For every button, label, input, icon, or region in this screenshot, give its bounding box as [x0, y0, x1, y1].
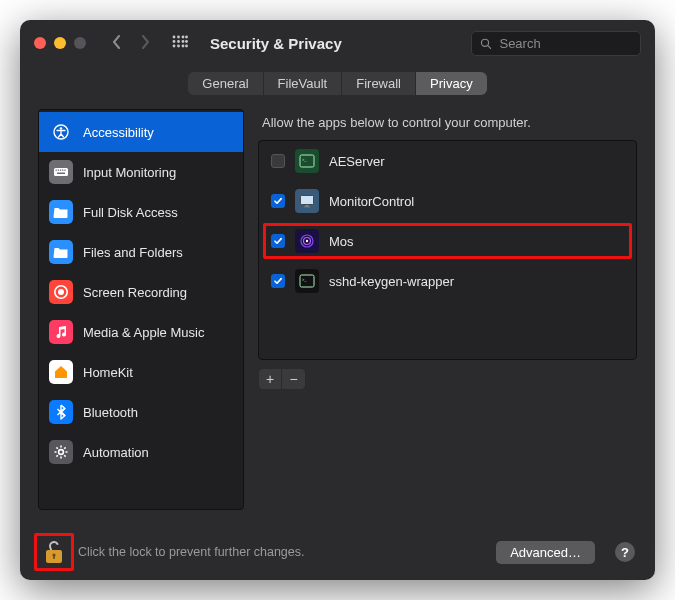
svg-rect-21 [64, 170, 65, 171]
help-button[interactable]: ? [615, 542, 635, 562]
tab-general[interactable]: General [188, 72, 263, 95]
app-list[interactable]: >_AEServerMonitorControlMos>_sshd-keygen… [258, 140, 637, 360]
tab-privacy[interactable]: Privacy [416, 72, 487, 95]
svg-point-2 [182, 36, 185, 39]
instruction-text: Allow the apps below to control your com… [258, 109, 637, 140]
home-icon [49, 360, 73, 384]
app-checkbox[interactable] [271, 234, 285, 248]
app-checkbox[interactable] [271, 154, 285, 168]
svg-point-11 [185, 45, 188, 48]
app-checkbox[interactable] [271, 194, 285, 208]
svg-point-3 [185, 36, 188, 39]
accessibility-icon [49, 120, 73, 144]
gear-icon [49, 440, 73, 464]
svg-rect-18 [58, 170, 59, 171]
svg-line-13 [488, 45, 491, 48]
traffic-lights [34, 37, 86, 49]
minimize-window-button[interactable] [54, 37, 66, 49]
sidebar-item-screen-recording[interactable]: Screen Recording [39, 272, 243, 312]
sidebar-item-media-apple-music[interactable]: Media & Apple Music [39, 312, 243, 352]
svg-point-9 [177, 45, 180, 48]
svg-rect-36 [301, 196, 314, 205]
zoom-window-button[interactable] [74, 37, 86, 49]
svg-line-30 [56, 447, 57, 448]
app-row-sshd-keygen-wrapper[interactable]: >_sshd-keygen-wrapper [259, 261, 636, 301]
sidebar-item-files-and-folders[interactable]: Files and Folders [39, 232, 243, 272]
svg-rect-17 [56, 170, 57, 171]
window-title: Security & Privacy [210, 35, 342, 52]
svg-point-4 [173, 40, 176, 43]
forward-button[interactable] [140, 35, 150, 52]
svg-point-41 [306, 240, 308, 242]
center-panel: Allow the apps below to control your com… [258, 109, 637, 510]
terminal-icon: >_ [295, 149, 319, 173]
mos-icon [295, 229, 319, 253]
advanced-button[interactable]: Advanced… [496, 541, 595, 564]
sidebar-item-label: Media & Apple Music [83, 325, 204, 340]
folder-icon [49, 200, 73, 224]
sidebar-item-input-monitoring[interactable]: Input Monitoring [39, 152, 243, 192]
sidebar-item-label: Full Disk Access [83, 205, 178, 220]
keyboard-icon [49, 160, 73, 184]
svg-point-24 [58, 289, 64, 295]
sidebar-item-label: HomeKit [83, 365, 133, 380]
sidebar-item-label: Automation [83, 445, 149, 460]
bluetooth-icon [49, 400, 73, 424]
app-label: MonitorControl [329, 194, 414, 209]
sidebar-item-accessibility[interactable]: Accessibility [39, 112, 243, 152]
search-input[interactable] [497, 35, 632, 52]
sidebar-item-label: Bluetooth [83, 405, 138, 420]
sidebar-item-bluetooth[interactable]: Bluetooth [39, 392, 243, 432]
titlebar: Security & Privacy [20, 20, 655, 66]
tabs-row: GeneralFileVaultFirewallPrivacy [20, 66, 655, 109]
lock-button[interactable] [40, 535, 68, 569]
back-button[interactable] [112, 35, 122, 52]
app-label: sshd-keygen-wrapper [329, 274, 454, 289]
svg-line-32 [64, 447, 65, 448]
sidebar-item-label: Screen Recording [83, 285, 187, 300]
record-icon [49, 280, 73, 304]
tab-firewall[interactable]: Firewall [342, 72, 416, 95]
svg-point-1 [177, 36, 180, 39]
music-icon [49, 320, 73, 344]
main-content: AccessibilityInput MonitoringFull Disk A… [20, 109, 655, 524]
sidebar-item-homekit[interactable]: HomeKit [39, 352, 243, 392]
lock-highlight-annotation [34, 533, 74, 571]
nav-arrows [112, 35, 150, 52]
add-remove-buttons: + − [258, 368, 637, 390]
svg-point-15 [60, 127, 63, 130]
svg-rect-20 [62, 170, 63, 171]
app-label: Mos [329, 234, 354, 249]
search-field[interactable] [471, 31, 641, 56]
search-icon [480, 37, 491, 50]
app-row-mos[interactable]: Mos [259, 221, 636, 261]
app-checkbox[interactable] [271, 274, 285, 288]
footer: Click the lock to prevent further change… [20, 524, 655, 580]
tab-bar: GeneralFileVaultFirewallPrivacy [188, 72, 486, 95]
privacy-sidebar[interactable]: AccessibilityInput MonitoringFull Disk A… [38, 109, 244, 510]
svg-rect-22 [57, 173, 65, 175]
svg-line-33 [56, 455, 57, 456]
svg-rect-37 [306, 205, 309, 207]
svg-rect-38 [304, 207, 310, 208]
app-row-aeserver[interactable]: >_AEServer [259, 141, 636, 181]
svg-point-25 [59, 450, 64, 455]
sidebar-item-automation[interactable]: Automation [39, 432, 243, 472]
show-all-button[interactable] [172, 35, 188, 51]
sidebar-item-label: Input Monitoring [83, 165, 176, 180]
svg-rect-19 [60, 170, 61, 171]
svg-point-7 [185, 40, 188, 43]
app-row-monitorcontrol[interactable]: MonitorControl [259, 181, 636, 221]
remove-app-button[interactable]: − [282, 368, 306, 390]
svg-rect-16 [54, 168, 68, 176]
svg-line-31 [64, 455, 65, 456]
add-app-button[interactable]: + [258, 368, 282, 390]
tab-filevault[interactable]: FileVault [264, 72, 343, 95]
folder-icon [49, 240, 73, 264]
sidebar-item-full-disk-access[interactable]: Full Disk Access [39, 192, 243, 232]
svg-point-0 [173, 36, 176, 39]
sidebar-item-label: Accessibility [83, 125, 154, 140]
monitor-icon [295, 189, 319, 213]
terminal-icon: >_ [295, 269, 319, 293]
close-window-button[interactable] [34, 37, 46, 49]
